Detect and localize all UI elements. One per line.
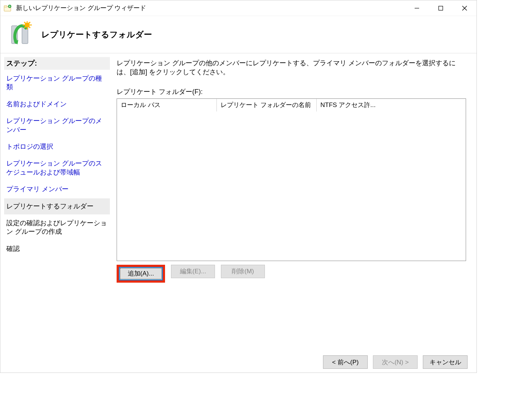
svg-rect-1	[4, 6, 7, 7]
column-folder-name[interactable]: レプリケート フォルダーの名前	[217, 99, 317, 111]
page-title: レプリケートするフォルダー	[41, 29, 152, 40]
maximize-button[interactable]	[429, 0, 453, 16]
wizard-footer: < 前へ(P) 次へ(N) > キャンセル	[0, 352, 476, 373]
wizard-window: 新しいレプリケーション グループ ウィザード	[0, 0, 477, 373]
svg-point-10	[25, 22, 30, 28]
next-button: 次へ(N) >	[373, 355, 418, 369]
wizard-icon	[7, 21, 34, 48]
minimize-button[interactable]	[405, 0, 429, 16]
app-icon	[3, 4, 12, 13]
add-button[interactable]: 追加(A)...	[119, 267, 163, 280]
remove-button: 削除(M)	[221, 265, 265, 278]
step-schedule-bandwidth[interactable]: レプリケーション グループのスケジュールおよび帯域幅	[4, 155, 110, 180]
table-header-row: ローカル パス レプリケート フォルダーの名前 NTFS アクセス許...	[117, 99, 466, 111]
body: ステップ: レプリケーション グループの種類 名前およびドメイン レプリケーショ…	[0, 53, 476, 352]
steps-header: ステップ:	[4, 57, 110, 70]
svg-line-16	[29, 22, 30, 23]
svg-rect-4	[439, 6, 443, 10]
folders-table[interactable]: ローカル パス レプリケート フォルダーの名前 NTFS アクセス許...	[117, 98, 466, 261]
window-title: 新しいレプリケーション グループ ウィザード	[16, 4, 405, 12]
step-folders-to-replicate[interactable]: レプリケートするフォルダー	[4, 198, 110, 214]
svg-line-18	[29, 27, 30, 28]
titlebar: 新しいレプリケーション グループ ウィザード	[0, 0, 476, 16]
window-controls	[405, 0, 476, 16]
page-header: レプリケートするフォルダー	[0, 16, 476, 53]
step-review-create: 設定の確認およびレプリケーション グループの作成	[4, 215, 110, 240]
folder-action-buttons: 追加(A)... 編集(E)... 削除(M)	[117, 265, 466, 283]
folders-field-label: レプリケート フォルダー(F):	[117, 87, 466, 96]
close-button[interactable]	[453, 0, 476, 16]
step-name-domain[interactable]: 名前およびドメイン	[4, 96, 110, 112]
edit-button: 編集(E)...	[171, 265, 215, 278]
instruction-text: レプリケーション グループの他のメンバーにレプリケートする、プライマリ メンバー…	[117, 59, 466, 77]
step-primary-member[interactable]: プライマリ メンバー	[4, 181, 110, 197]
svg-line-17	[24, 27, 25, 28]
column-local-path[interactable]: ローカル パス	[117, 99, 217, 111]
add-button-highlight: 追加(A)...	[117, 265, 165, 283]
step-confirmation: 確認	[4, 241, 110, 257]
back-button[interactable]: < 前へ(P)	[323, 355, 368, 369]
step-topology[interactable]: トポロジの選択	[4, 139, 110, 155]
cancel-button[interactable]: キャンセル	[423, 355, 468, 369]
column-ntfs-permissions[interactable]: NTFS アクセス許...	[317, 99, 383, 111]
step-group-members[interactable]: レプリケーション グループのメンバー	[4, 113, 110, 138]
svg-line-15	[24, 22, 25, 23]
step-replication-group-type[interactable]: レプリケーション グループの種類	[4, 70, 110, 95]
content-area: レプリケーション グループの他のメンバーにレプリケートする、プライマリ メンバー…	[112, 53, 476, 352]
steps-sidebar: ステップ: レプリケーション グループの種類 名前およびドメイン レプリケーショ…	[0, 53, 112, 352]
